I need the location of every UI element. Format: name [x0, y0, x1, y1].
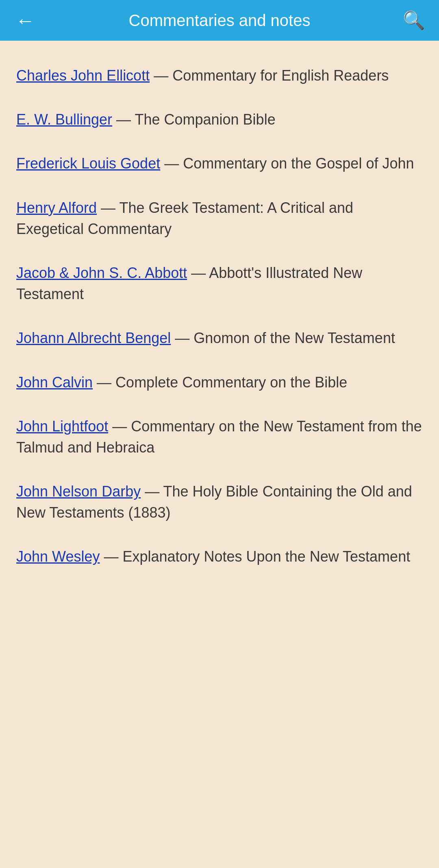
list-item: Henry Alford — The Greek Testament: A Cr… [16, 186, 423, 251]
content-area: Charles John Ellicott — Commentary for E… [0, 41, 439, 592]
author-link[interactable]: John Lightfoot [16, 418, 108, 435]
author-link[interactable]: John Nelson Darby [16, 483, 141, 500]
description-text: — Complete Commentary on the Bible [93, 374, 347, 391]
author-link[interactable]: Charles John Ellicott [16, 67, 150, 84]
app-header: ← Commentaries and notes 🔍 [0, 0, 439, 41]
description-text: — Gnomon of the New Testament [171, 330, 395, 346]
description-text: — Commentary for English Readers [150, 67, 389, 84]
description-text: — Explanatory Notes Upon the New Testame… [100, 548, 410, 565]
list-item: John Nelson Darby — The Holy Bible Conta… [16, 470, 423, 535]
back-icon: ← [15, 9, 35, 32]
search-button[interactable]: 🔍 [402, 8, 426, 33]
author-link[interactable]: John Calvin [16, 374, 93, 391]
page-title: Commentaries and notes [37, 11, 402, 30]
list-item: Charles John Ellicott — Commentary for E… [16, 54, 423, 98]
author-link[interactable]: E. W. Bullinger [16, 111, 112, 128]
search-icon: 🔍 [403, 10, 425, 31]
list-item: Jacob & John S. C. Abbott — Abbott's Ill… [16, 251, 423, 316]
description-text: — Commentary on the Gospel of John [160, 155, 414, 172]
author-link[interactable]: Jacob & John S. C. Abbott [16, 265, 187, 281]
list-item: John Lightfoot — Commentary on the New T… [16, 404, 423, 470]
author-link[interactable]: Frederick Louis Godet [16, 155, 160, 172]
author-link[interactable]: Johann Albrecht Bengel [16, 330, 171, 346]
list-item: John Calvin — Complete Commentary on the… [16, 361, 423, 404]
list-item: Johann Albrecht Bengel — Gnomon of the N… [16, 316, 423, 360]
back-button[interactable]: ← [13, 8, 37, 33]
list-item: John Wesley — Explanatory Notes Upon the… [16, 535, 423, 579]
list-item: E. W. Bullinger — The Companion Bible [16, 98, 423, 142]
list-item: Frederick Louis Godet — Commentary on th… [16, 142, 423, 186]
author-link[interactable]: Henry Alford [16, 199, 97, 216]
commentaries-list: Charles John Ellicott — Commentary for E… [16, 54, 423, 579]
description-text: — The Companion Bible [112, 111, 276, 128]
author-link[interactable]: John Wesley [16, 548, 100, 565]
